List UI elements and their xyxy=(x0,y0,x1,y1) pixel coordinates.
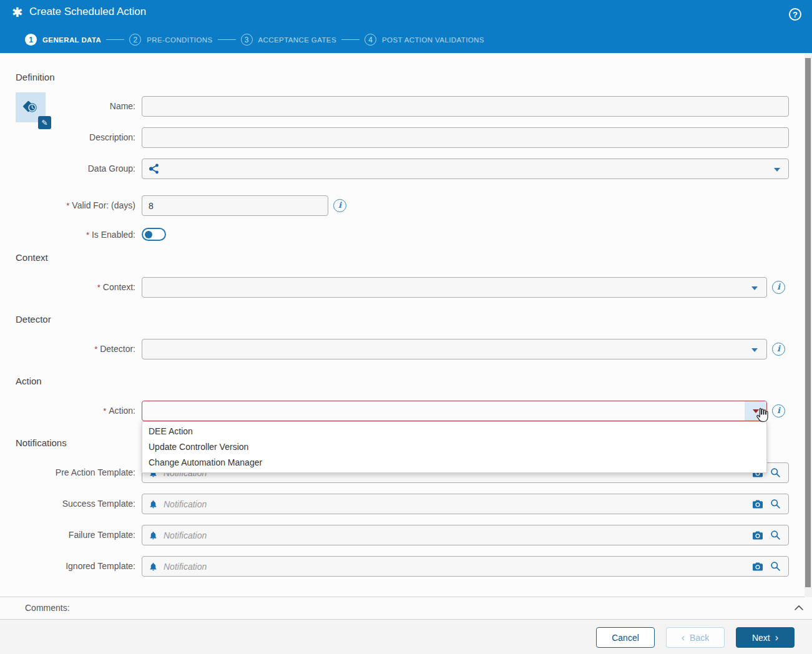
required-marker: * xyxy=(97,283,100,292)
comments-label: Comments: xyxy=(25,603,70,613)
step-1-label: GENERAL DATA xyxy=(42,36,101,44)
wizard-steps: 1 GENERAL DATA 2 PRE-CONDITIONS 3 ACCEPT… xyxy=(25,34,484,46)
dialog-header: ✱ Create Scheduled Action ? 1 GENERAL DA… xyxy=(0,0,812,53)
action-option-change-automation-manager[interactable]: Change Automation Manager xyxy=(142,455,766,471)
asterisk-icon: ✱ xyxy=(12,5,23,20)
context-label: *Context: xyxy=(0,282,135,292)
step-post-action-validations[interactable]: 4 POST ACTION VALIDATIONS xyxy=(364,34,484,46)
ignored-template-field[interactable] xyxy=(142,556,789,577)
chevron-right-icon: › xyxy=(775,633,778,643)
step-connector xyxy=(218,39,236,40)
search-icon[interactable] xyxy=(770,494,781,514)
step-2-label: PRE-CONDITIONS xyxy=(147,36,212,44)
chevron-up-icon[interactable] xyxy=(794,604,804,612)
step-4-label: POST ACTION VALIDATIONS xyxy=(382,36,484,44)
edit-icon-badge[interactable]: ✎ xyxy=(38,116,51,129)
search-icon[interactable] xyxy=(770,557,781,576)
valid-for-input[interactable] xyxy=(142,196,328,215)
description-input[interactable] xyxy=(142,128,788,147)
help-icon[interactable]: ? xyxy=(789,8,801,21)
page-title: Create Scheduled Action xyxy=(29,6,146,18)
detector-label: *Detector: xyxy=(0,344,135,354)
valid-for-field[interactable] xyxy=(142,195,328,216)
detector-heading: Detector xyxy=(16,314,51,325)
step-connector xyxy=(341,39,360,40)
step-1-circle: 1 xyxy=(25,34,37,46)
pre-action-template-label: Pre Action Template: xyxy=(0,467,135,477)
ignored-template-input[interactable] xyxy=(142,557,788,576)
caret-down-icon[interactable] xyxy=(751,286,758,290)
step-connector xyxy=(106,39,124,40)
step-2-circle: 2 xyxy=(129,34,141,46)
pencil-icon: ✎ xyxy=(41,119,47,127)
success-template-input[interactable] xyxy=(142,494,788,514)
action-options-panel: DEE Action Update Controller Version Cha… xyxy=(142,421,767,473)
notifications-heading: Notifications xyxy=(16,437,67,448)
action-option-dee-action[interactable]: DEE Action xyxy=(142,424,766,439)
required-marker: * xyxy=(66,201,69,210)
scrollbar-thumb[interactable] xyxy=(805,58,811,587)
create-scheduled-action-dialog: ✱ Create Scheduled Action ? 1 GENERAL DA… xyxy=(0,0,812,654)
action-heading: Action xyxy=(16,376,42,386)
failure-template-input[interactable] xyxy=(142,525,788,545)
description-field[interactable] xyxy=(142,127,789,148)
caret-down-icon[interactable] xyxy=(751,348,758,352)
share-icon xyxy=(149,159,160,178)
step-3-label: ACCEPTANCE GATES xyxy=(258,36,336,44)
required-marker: * xyxy=(94,344,97,354)
toggle-knob xyxy=(145,231,152,238)
chevron-left-icon: ‹ xyxy=(682,633,685,643)
failure-template-label: Failure Template: xyxy=(0,530,135,540)
is-enabled-toggle[interactable] xyxy=(142,228,166,241)
action-option-update-controller-version[interactable]: Update Controller Version xyxy=(142,439,766,455)
camera-icon[interactable] xyxy=(752,525,763,545)
bell-icon xyxy=(149,557,158,576)
context-dropdown[interactable] xyxy=(142,277,767,298)
context-info-icon[interactable]: i xyxy=(772,281,785,294)
camera-icon[interactable] xyxy=(752,557,763,576)
name-input[interactable] xyxy=(142,97,788,116)
required-marker: * xyxy=(103,406,106,416)
dialog-footer: Cancel ‹ Back Next › xyxy=(0,620,812,654)
definition-heading: Definition xyxy=(16,72,55,82)
bell-icon xyxy=(149,494,158,514)
name-label: Name: xyxy=(0,101,135,111)
ignored-template-label: Ignored Template: xyxy=(0,561,135,571)
bell-icon xyxy=(149,525,158,545)
action-info-icon[interactable]: i xyxy=(772,404,785,417)
is-enabled-label: *Is Enabled: xyxy=(0,230,135,240)
success-template-field[interactable] xyxy=(142,494,789,514)
context-heading: Context xyxy=(16,252,48,263)
detector-info-icon[interactable]: i xyxy=(772,343,785,356)
action-label: *Action: xyxy=(0,406,135,416)
action-dropdown[interactable] xyxy=(142,401,767,421)
caret-down-icon[interactable] xyxy=(774,168,780,172)
step-3-circle: 3 xyxy=(241,34,253,46)
vertical-scrollbar[interactable] xyxy=(805,53,812,597)
step-4-circle: 4 xyxy=(364,34,376,46)
success-template-label: Success Template: xyxy=(0,499,135,509)
caret-down-icon xyxy=(753,409,759,413)
action-dropdown-button[interactable] xyxy=(745,401,766,421)
back-button[interactable]: ‹ Back xyxy=(666,627,725,648)
comments-collapse-bar[interactable]: Comments: xyxy=(0,597,812,620)
failure-template-field[interactable] xyxy=(142,525,789,545)
next-button[interactable]: Next › xyxy=(736,627,795,648)
description-label: Description: xyxy=(0,132,135,142)
data-group-label: Data Group: xyxy=(0,164,135,173)
cancel-button[interactable]: Cancel xyxy=(596,627,655,648)
name-field[interactable] xyxy=(142,96,789,117)
valid-for-info-icon[interactable]: i xyxy=(333,199,346,212)
step-pre-conditions[interactable]: 2 PRE-CONDITIONS xyxy=(129,34,212,46)
step-acceptance-gates[interactable]: 3 ACCEPTANCE GATES xyxy=(241,34,336,46)
required-marker: * xyxy=(86,230,89,240)
search-icon[interactable] xyxy=(770,525,781,545)
detector-dropdown[interactable] xyxy=(142,339,767,359)
search-icon[interactable] xyxy=(770,463,781,482)
valid-for-label: *Valid For: (days) xyxy=(0,200,135,210)
step-general-data[interactable]: 1 GENERAL DATA xyxy=(25,34,101,46)
data-group-dropdown[interactable] xyxy=(142,159,789,179)
camera-icon[interactable] xyxy=(752,494,763,514)
